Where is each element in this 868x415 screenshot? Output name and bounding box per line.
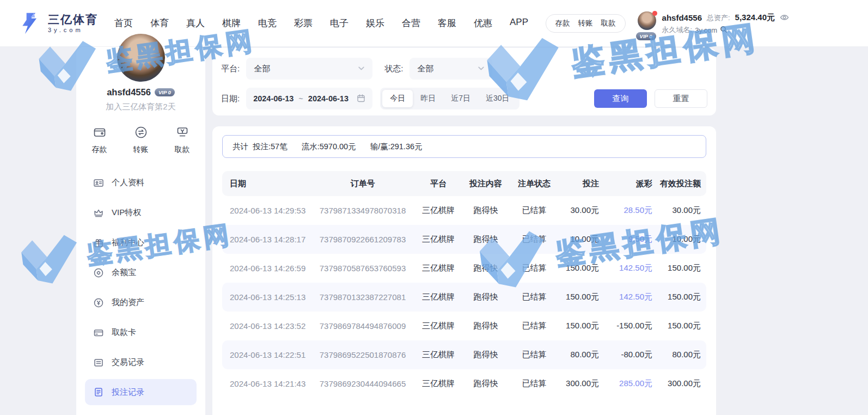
date-range-input[interactable]: 2024-06-13 ~ 2024-06-13	[246, 88, 372, 109]
pill-withdraw-button[interactable]: 取款	[601, 19, 616, 28]
profile-name-row: ahsfd4556 VIP 0	[76, 87, 205, 97]
cell-status: 已结算	[510, 292, 559, 302]
nav-entertainment[interactable]: 娱乐	[366, 17, 384, 29]
quick-deposit-button[interactable]: 存款	[92, 125, 107, 155]
quick-withdraw-button[interactable]: 取款	[175, 125, 190, 155]
cell-date: 2024-06-13 14:21:43	[222, 379, 310, 388]
list-document-icon	[93, 357, 104, 368]
nav-live[interactable]: 真人	[186, 17, 205, 29]
sidebar-item-welfare[interactable]: 福利中心	[85, 228, 197, 258]
transfer-icon	[134, 125, 148, 142]
gift-icon	[93, 237, 104, 248]
range-30days[interactable]: 近30日	[478, 90, 517, 107]
pill-deposit-button[interactable]: 存款	[555, 19, 570, 28]
status-select[interactable]: 全部	[409, 58, 492, 80]
nav-partner[interactable]: 合营	[402, 17, 420, 29]
cell-order: 7379869784494876009	[310, 321, 415, 331]
sidebar-item-assets[interactable]: 我的资产	[85, 288, 197, 318]
cell-status: 已结算	[510, 321, 559, 331]
nav-service[interactable]: 客服	[438, 17, 456, 29]
reset-button[interactable]: 重置	[655, 89, 707, 108]
search-icon[interactable]	[720, 26, 728, 35]
sidebar-item-redeem-records[interactable]: 兑奖记录	[85, 407, 197, 415]
cell-order: 7379869230444094665	[310, 379, 415, 388]
main-nav: 首页 体育 真人 棋牌 电竞 彩票 电子 娱乐 合营 客服 优惠 APP	[114, 17, 528, 29]
cell-status: 已结算	[510, 379, 559, 389]
brand-text: 三亿体育 3y.com	[48, 13, 98, 33]
summary-bets: 投注:57笔	[253, 142, 288, 152]
sidebar-item-bet-records[interactable]: 投注记录	[85, 379, 197, 405]
summary-prefix: 共计	[233, 142, 248, 152]
nav-home[interactable]: 首页	[114, 17, 133, 29]
cell-order: 7379870587653760593	[310, 264, 415, 273]
user-text-block: ahsfd4556 总资产: 5,324.40元 永久域名: 3y.com	[662, 11, 789, 35]
nav-app[interactable]: APP	[510, 17, 528, 29]
user-line-domain: 永久域名: 3y.com	[662, 25, 789, 35]
chevron-down-icon	[358, 64, 365, 74]
nav-sports[interactable]: 体育	[150, 17, 169, 29]
cell-content: 跑得快	[462, 321, 510, 331]
sidebar-item-vip[interactable]: VIP特权	[85, 198, 197, 228]
cell-payout: 142.50元	[601, 292, 655, 302]
cell-date: 2024-06-13 14:25:13	[222, 292, 310, 302]
cell-order: 7379870922661209783	[310, 235, 415, 244]
cell-date: 2024-06-13 14:28:17	[222, 235, 310, 244]
filter-row-1: 平台: 全部 状态: 全部	[221, 58, 707, 80]
vip-badge: VIP 0	[636, 32, 656, 40]
cell-payout: 28.50元	[601, 205, 655, 216]
user-avatar-wrap: VIP 0	[638, 11, 657, 35]
joined-days-text: 加入三亿体育第2天	[76, 102, 205, 112]
quick-actions: 存款 转账 取款	[92, 125, 190, 155]
sidebar-item-label: 我的资产	[112, 297, 144, 308]
cell-valid: 150.00元	[655, 321, 706, 331]
bank-card-icon	[93, 327, 104, 338]
table-row: 2024-06-13 14:21:43 7379869230444094665 …	[222, 369, 706, 398]
sidebar-item-transactions[interactable]: 交易记录	[85, 347, 197, 377]
status-label: 状态:	[384, 64, 403, 74]
table-row: 2024-06-13 14:23:52 7379869784494876009 …	[222, 312, 706, 340]
platform-select[interactable]: 全部	[246, 58, 372, 80]
summary-turnover: 流水:5970.00元	[302, 142, 356, 152]
quick-transfer-button[interactable]: 转账	[133, 125, 149, 155]
cell-content: 跑得快	[462, 234, 510, 245]
sidebar-item-yuebao[interactable]: 余额宝	[85, 258, 197, 288]
notification-dot	[652, 11, 657, 16]
cell-payout: -150.00元	[601, 321, 655, 331]
col-bet: 投注	[559, 179, 601, 189]
sidebar-item-label: 交易记录	[112, 357, 144, 368]
nav-esports[interactable]: 电竞	[258, 17, 277, 29]
nav-lottery[interactable]: 彩票	[294, 17, 313, 29]
brand-domain: 3y.com	[48, 27, 98, 33]
cell-date: 2024-06-13 14:23:52	[222, 321, 310, 331]
wallet-pill: 存款 转账 取款	[546, 14, 626, 33]
col-valid: 有效投注额	[655, 179, 706, 189]
bet-records-panel: 共计 投注:57笔 流水:5970.00元 输/赢:291.36元 日期 订单号…	[212, 126, 716, 415]
table-row: 2024-06-13 14:28:17 7379870922661209783 …	[222, 225, 706, 254]
eye-icon[interactable]	[780, 13, 789, 23]
sidebar-item-label: 投注记录	[112, 387, 144, 398]
user-info[interactable]: VIP 0 ahsfd4556 总资产: 5,324.40元 永久域名: 3y.…	[638, 11, 789, 35]
range-yesterday[interactable]: 昨日	[413, 90, 443, 107]
nav-chess[interactable]: 棋牌	[222, 17, 241, 29]
sidebar-item-label: 福利中心	[112, 237, 144, 248]
range-7days[interactable]: 近7日	[443, 90, 478, 107]
cell-valid: 80.00元	[655, 350, 706, 360]
nav-slots[interactable]: 电子	[330, 17, 349, 29]
profile-avatar[interactable]	[117, 34, 165, 82]
cell-platform: 三亿棋牌	[415, 321, 462, 331]
nav-promo[interactable]: 优惠	[474, 17, 492, 29]
calendar-icon	[357, 94, 365, 104]
pill-transfer-button[interactable]: 转账	[578, 19, 593, 28]
range-today[interactable]: 今日	[382, 90, 413, 107]
sidebar-item-withdraw-card[interactable]: 取款卡	[85, 318, 197, 347]
user-line-assets: ahsfd4556 总资产: 5,324.40元	[662, 13, 789, 23]
col-payout: 派彩	[601, 179, 655, 189]
cell-bet: 30.00元	[559, 205, 601, 216]
brand-logo[interactable]: 三亿体育 3y.com	[19, 11, 98, 35]
domain-label: 永久域名:	[662, 25, 693, 35]
sidebar-item-profile[interactable]: 个人资料	[85, 168, 197, 198]
query-button[interactable]: 查询	[594, 89, 647, 108]
table-row: 2024-06-13 14:26:59 7379870587653760593 …	[222, 254, 706, 283]
cell-bet: 80.00元	[559, 350, 601, 360]
col-content: 投注内容	[462, 179, 510, 189]
